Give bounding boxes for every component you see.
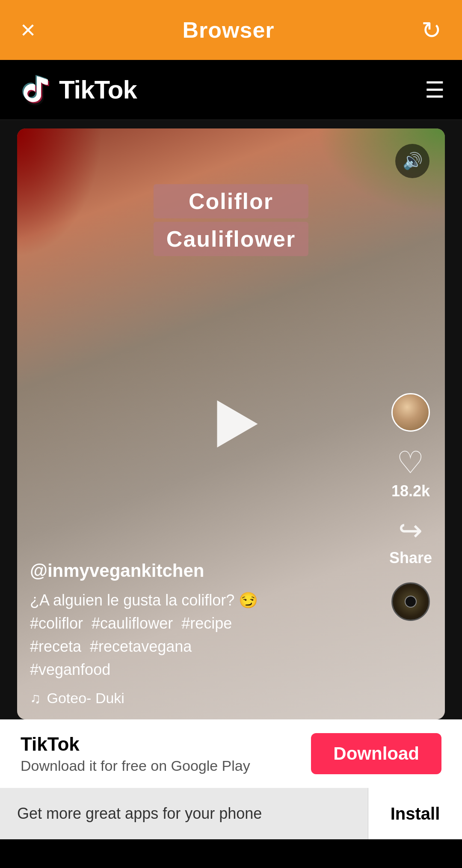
close-icon[interactable]: × — [21, 17, 36, 43]
hamburger-menu-icon[interactable]: ☰ — [425, 79, 445, 101]
share-area: ↪ Share — [389, 516, 432, 567]
refresh-icon[interactable]: ↻ — [421, 16, 441, 44]
sound-icon: 🔊 — [403, 152, 423, 170]
download-app-info: TikTok Download it for free on Google Pl… — [21, 734, 250, 774]
video-card: 🔊 Coliflor Cauliflower ♡ 18.2k ↪ Share — [17, 128, 445, 719]
like-button[interactable]: ♡ — [397, 447, 424, 478]
like-count: 18.2k — [391, 482, 430, 500]
caption-overlay: Coliflor Cauliflower — [154, 184, 308, 260]
download-banner: TikTok Download it for free on Google Pl… — [0, 719, 462, 788]
video-section: 🔊 Coliflor Cauliflower ♡ 18.2k ↪ Share — [0, 120, 462, 719]
share-label: Share — [389, 549, 432, 567]
install-bar-text: Get more great apps for your phone — [0, 805, 262, 823]
music-disc[interactable] — [391, 582, 430, 621]
music-name: Goteo- Duki — [47, 690, 124, 707]
like-area: ♡ 18.2k — [391, 447, 430, 500]
avatar[interactable] — [391, 393, 430, 432]
play-button[interactable] — [217, 400, 258, 447]
tiktok-logo[interactable]: TikTok — [17, 73, 137, 107]
music-line: ♫ Goteo- Duki — [30, 690, 389, 707]
share-button[interactable]: ↪ — [398, 516, 423, 545]
avatar-image — [393, 394, 429, 430]
video-description: ¿A alguien le gusta la coliflor? 😏#colif… — [30, 589, 389, 681]
caption-line2: Cauliflower — [154, 222, 308, 256]
right-actions: ♡ 18.2k ↪ Share — [389, 393, 432, 621]
install-button[interactable]: Install — [368, 788, 462, 839]
browser-title: Browser — [182, 17, 274, 43]
music-disc-center — [405, 596, 417, 608]
video-info: @inmyvegankitchen ¿A alguien le gusta la… — [30, 561, 389, 707]
download-app-desc: Download it for free on Google Play — [21, 758, 250, 774]
browser-bar: × Browser ↻ — [0, 0, 462, 60]
install-bar: Get more great apps for your phone Insta… — [0, 788, 462, 839]
tiktok-header: TikTok ☰ — [0, 60, 462, 120]
download-app-name: TikTok — [21, 734, 250, 755]
tiktok-wordmark: TikTok — [59, 75, 137, 104]
caption-line1: Coliflor — [154, 184, 308, 218]
username[interactable]: @inmyvegankitchen — [30, 561, 389, 581]
sound-button[interactable]: 🔊 — [395, 144, 429, 178]
music-note-icon: ♫ — [30, 690, 41, 707]
download-button[interactable]: Download — [311, 733, 441, 774]
tiktok-logo-icon — [17, 73, 51, 107]
